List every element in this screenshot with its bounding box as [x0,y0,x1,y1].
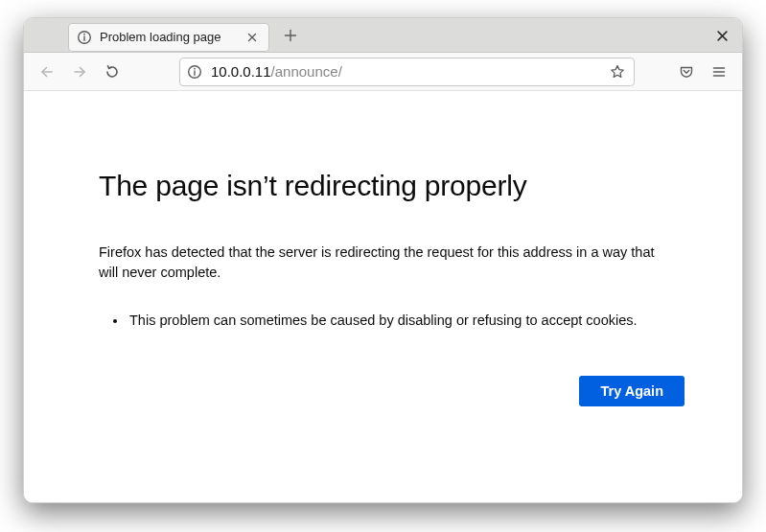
url-host: 10.0.0.11 [211,63,271,80]
info-icon [77,30,92,45]
svg-point-2 [83,33,85,35]
site-info-icon[interactable] [186,63,203,81]
error-hints-list: This problem can sometimes be caused by … [128,311,685,330]
error-description: Firefox has detected that the server is … [99,243,674,282]
menu-icon[interactable] [704,58,734,86]
error-title: The page isn’t redirecting properly [99,170,685,202]
url-path: /announce/ [271,63,342,80]
toolbar: 10.0.0.11/announce/ [24,53,742,91]
svg-marker-14 [612,65,623,77]
window-close-button[interactable] [708,18,736,53]
tab-title: Problem loading page [100,30,236,44]
forward-button[interactable] [64,58,95,86]
pocket-icon[interactable] [671,58,702,86]
tab-active[interactable]: Problem loading page [68,23,269,52]
back-button[interactable] [32,58,62,86]
tab-strip: Problem loading page [24,18,742,53]
try-again-button[interactable]: Try Again [579,376,685,406]
svg-point-13 [194,67,196,69]
page-content: The page isn’t redirecting properly Fire… [24,91,742,502]
error-hint-item: This problem can sometimes be caused by … [128,311,685,330]
tab-close-button[interactable] [244,29,261,46]
url-display: 10.0.0.11/announce/ [211,63,599,80]
action-row: Try Again [99,376,685,406]
browser-window: Problem loading page [23,17,743,503]
bookmark-star-icon[interactable] [607,61,628,82]
reload-button[interactable] [97,58,128,86]
new-tab-button[interactable] [277,22,304,49]
address-bar[interactable]: 10.0.0.11/announce/ [179,58,635,86]
